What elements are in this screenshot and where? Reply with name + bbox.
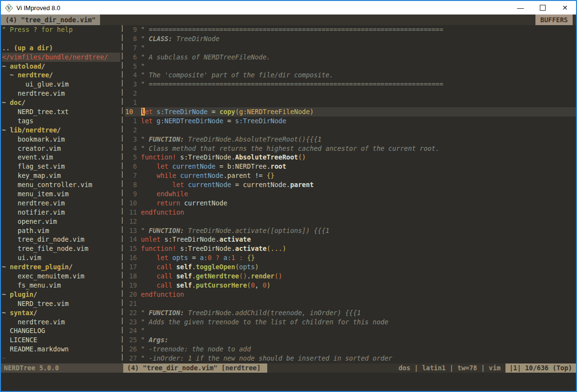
code-line[interactable]: 6 " A subclass of NERDTreeFileNode.	[125, 53, 576, 62]
nerdtree-line[interactable]: tree_file_node.vim	[2, 244, 120, 253]
code-token: let	[141, 117, 153, 125]
nerdtree-line[interactable]: .. (up a dir)	[2, 44, 120, 53]
close-button[interactable]: ✕	[554, 1, 576, 15]
nerdtree-line[interactable]: ui_glue.vim	[2, 80, 120, 89]
code-line[interactable]: 8 " CLASS: TreeDirNode	[125, 34, 576, 44]
code-line[interactable]: 24 "	[125, 326, 576, 335]
code-line[interactable]: 9 endwhile	[125, 189, 576, 199]
code-line[interactable]: 1	[125, 98, 576, 107]
vim-logo-icon: V	[5, 4, 13, 12]
code-token: ..	[2, 44, 14, 52]
nerdtree-line[interactable]: nerdtree.vim	[2, 199, 120, 208]
nerdtree-line[interactable]: ~ syntax/	[2, 308, 120, 318]
code-line[interactable]: 15 function! s:TreeDirNode.activate(...)	[125, 244, 576, 253]
code-line[interactable]: 4 " The 'composite' part of the file/dir…	[125, 71, 576, 80]
nerdtree-line[interactable]: event.vim	[2, 153, 120, 162]
nerdtree-line[interactable]: ~ plugin/	[2, 290, 120, 299]
code-line[interactable]: 21	[125, 299, 576, 308]
nerdtree-line[interactable]: ui.vim	[2, 253, 120, 262]
code-line[interactable]: 19 call self.putCursorHere(0, 0)	[125, 281, 576, 290]
code-line[interactable]: 18 call self.getNerdtree().render()	[125, 272, 576, 281]
code-line[interactable]: 5 function! s:TreeDirNode.AbsoluteTreeRo…	[125, 153, 576, 162]
code-token: a:	[200, 254, 207, 261]
nerdtree-line[interactable]: NERD_tree.vim	[2, 299, 120, 308]
nerdtree-line[interactable]: ~ autoload/	[2, 62, 120, 71]
nerdtree-line[interactable]: key_map.vim	[2, 171, 120, 180]
code-token: = b:NERDTree.	[216, 162, 271, 170]
code-line[interactable]: 7 "	[125, 44, 576, 53]
code-token: ?	[216, 254, 219, 261]
code-token: /	[69, 263, 72, 271]
code-line[interactable]: 14 unlet s:TreeDirNode.activate	[125, 235, 576, 244]
nerdtree-line[interactable]: nerdtree.vim	[2, 89, 120, 98]
nerdtree-line[interactable]: tags	[2, 116, 120, 126]
nerdtree-line[interactable]: ~ lib/nerdtree/	[2, 126, 120, 135]
code-line[interactable]: 3 " FUNCTION: TreeDirNode.AbsoluteTreeRo…	[125, 135, 576, 144]
code-line[interactable]: 11 endfunction	[125, 208, 576, 217]
code-line[interactable]: 20 endfunction	[125, 290, 576, 299]
minimize-button[interactable]: —	[509, 1, 532, 15]
nerdtree-line[interactable]: path.vim	[2, 226, 120, 235]
code-line[interactable]: 2	[125, 89, 576, 98]
nerdtree-line[interactable]: exec_menuitem.vim	[2, 272, 120, 281]
nerdtree-line[interactable]: " Press ? for help	[2, 25, 120, 34]
code-line[interactable]: 27 " -inOrder: 1 if the new node should …	[125, 354, 576, 363]
code-line[interactable]: 23 " Adds the given treenode to the list…	[125, 318, 576, 327]
nerdtree-line[interactable]: creator.vim	[2, 144, 120, 153]
nerdtree-line[interactable]: </vimfiles/bundle/nerdtree/	[2, 53, 120, 62]
line-number: 5	[125, 62, 141, 71]
code-line[interactable]: 7 while currentNode.parent != {}	[125, 171, 576, 180]
command-line[interactable]	[1, 373, 576, 391]
code-line[interactable]: 10 return currentNode	[125, 199, 576, 208]
nerdtree-line[interactable]: flag_set.vim	[2, 162, 120, 171]
nerdtree-line[interactable]: menu_controller.vim	[2, 180, 120, 189]
code-token: self	[176, 272, 192, 280]
code-line[interactable]: 6 let currentNode = b:NERDTree.root	[125, 162, 576, 171]
nerdtree-line[interactable]: nerdtree.vim	[2, 318, 120, 327]
nerdtree-pane[interactable]: " Press ? for help.. (up a dir)</vimfile…	[1, 25, 120, 363]
nerdtree-line[interactable]: LICENCE	[2, 335, 120, 345]
code-line[interactable]: 25 " Args:	[125, 335, 576, 345]
nerdtree-line[interactable]: NERD_tree.txt	[2, 107, 120, 116]
code-line[interactable]: 4 " Class method that returns the highes…	[125, 144, 576, 153]
code-line[interactable]: 22 " FUNCTION: TreeDirNode.addChild(tree…	[125, 308, 576, 318]
code-token: a:	[223, 254, 231, 261]
code-token: {}	[267, 172, 274, 179]
editor-pane[interactable]: 9 " ====================================…	[124, 25, 576, 363]
code-line[interactable]: 12	[125, 217, 576, 226]
nerdtree-line[interactable]: ~	[2, 354, 120, 363]
code-line[interactable]: 10 let s:TreeDirNode = copy(g:NERDTreeFi…	[125, 107, 576, 116]
nerdtree-line[interactable]: notifier.vim	[2, 208, 120, 217]
code-line[interactable]: 13 " FUNCTION: TreeDirNode.activate([opt…	[125, 226, 576, 235]
line-number: 22	[125, 308, 141, 318]
tab-tree-dir-node[interactable]: (4) "tree_dir_node.vim"	[1, 15, 100, 25]
nerdtree-line[interactable]: menu_item.vim	[2, 189, 120, 199]
nerdtree-line[interactable]: opener.vim	[2, 217, 120, 226]
code-token: tags	[2, 117, 33, 125]
nerdtree-line[interactable]: ~ nerdtree_plugin/	[2, 262, 120, 272]
code-line[interactable]: 1 let g:NERDTreeDirNode = s:TreeDirNode	[125, 116, 576, 126]
nerdtree-line[interactable]: CHANGELOG	[2, 326, 120, 335]
code-line[interactable]: 3 " ====================================…	[125, 80, 576, 89]
code-line[interactable]: 9 " ====================================…	[125, 25, 576, 34]
nerdtree-line[interactable]: ~ doc/	[2, 98, 120, 107]
nerdtree-line[interactable]: fs_menu.vim	[2, 281, 120, 290]
code-line[interactable]: 2	[125, 126, 576, 135]
nerdtree-line[interactable]: README.markdown	[2, 345, 120, 354]
nerdtree-line[interactable]	[2, 34, 120, 44]
code-line[interactable]: 5 "	[125, 62, 576, 71]
code-token: flag_set.vim	[2, 162, 65, 170]
code-line[interactable]: 17 call self.toggleOpen(opts)	[125, 262, 576, 272]
nerdtree-line[interactable]: ~ nerdtree/	[2, 71, 120, 80]
window-split-separator[interactable]	[122, 25, 123, 363]
code-line[interactable]: 16 let opts = a:0 ? a:1 : {}	[125, 253, 576, 262]
title-bar[interactable]: V Vi IMproved 8.0 — ✕	[1, 1, 576, 15]
maximize-button[interactable]	[532, 1, 554, 15]
code-line[interactable]: 8 let currentNode = currentNode.parent	[125, 180, 576, 189]
buffers-label[interactable]: BUFFERS	[535, 15, 573, 25]
line-number: 20	[125, 290, 141, 299]
nerdtree-line[interactable]: tree_dir_node.vim	[2, 235, 120, 244]
line-number: 9	[125, 189, 141, 199]
nerdtree-line[interactable]: bookmark.vim	[2, 135, 120, 144]
code-line[interactable]: 26 " -treenode: the node to add	[125, 345, 576, 354]
